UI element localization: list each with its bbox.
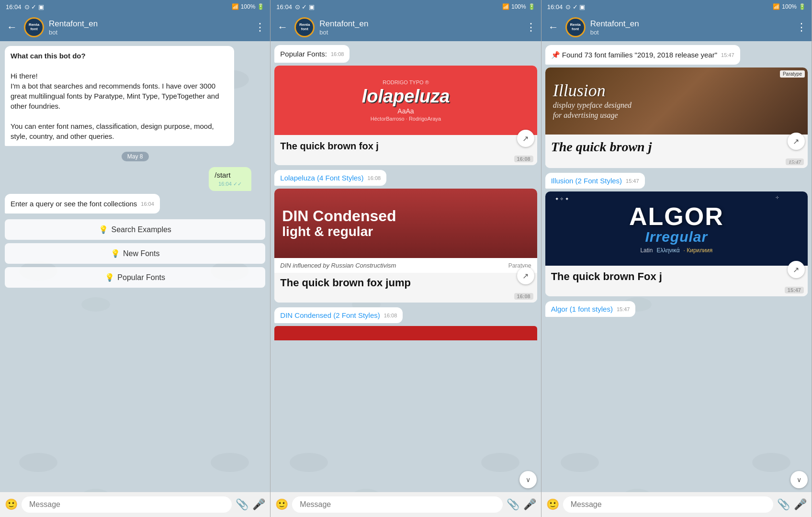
message-input-bar-2: 🙂 📎 🎤 [271,492,541,517]
din-tagline: DIN influenced by Russian Constructivism… [274,258,537,273]
new-fonts-button[interactable]: 💡 New Fonts [5,243,265,264]
chat-header-2: ← Rentafont Rentafont_en bot ⋮ [271,13,541,41]
mic-icon-1[interactable]: 🎤 [252,498,265,511]
din-link-msg: DIN Condensed (2 Font Styles) 16:08 [274,307,403,323]
status-time-1: 16:04 ⊙ ✓ ▣ [6,3,44,11]
found-fonts-msg: 📌 Found 73 font families "2019, 2018 rel… [545,45,740,65]
menu-button-1[interactable]: ⋮ [255,21,265,34]
panel-3: 16:04 ⊙ ✓ ▣ 📶 100% 🔋 ← Rentafont Rentafo… [541,0,812,517]
attach-icon-2[interactable]: 📎 [507,498,519,511]
algor-link-msg: Algor (1 font styles) 15:47 [545,301,636,317]
algor-link[interactable]: Algor (1 font styles) [551,303,613,314]
mic-icon-2[interactable]: 🎤 [523,498,536,511]
emoji-icon-3[interactable]: 🙂 [546,498,559,511]
chat-header-3: ← Rentafont Rentafont_en bot ⋮ [541,13,812,41]
lolapeluza-link-msg: Lolapeluza (4 Font Styles) 16:08 [274,170,386,186]
attach-icon-1[interactable]: 📎 [236,498,248,511]
illusion-link[interactable]: Illusion (2 Font Styles) [551,175,622,186]
message-input-1[interactable] [22,496,232,513]
illusion-card: Illusion display typeface designedfor ad… [545,67,808,168]
header-name-1: Rentafont_en [49,19,250,29]
lolapeluza-image: RODRIGO TYPO ® lolapeluza AaAa HéctorBar… [274,66,537,135]
search-examples-button[interactable]: 💡 Search Examples [5,219,265,240]
scroll-down-button-2[interactable]: ∨ [519,471,537,488]
keyboard-buttons-1: 💡 Search Examples 💡 New Fonts 💡 Popular … [5,218,265,289]
attach-icon-3[interactable]: 📎 [777,498,790,511]
header-sub-3: bot [590,29,791,36]
header-name-2: Rentafont_en [319,19,520,29]
date-badge-1: May 8 [122,152,149,161]
din-card: DIN Condensed light & regular DIN influe… [274,189,537,303]
header-info-1: Rentafont_en bot [49,19,250,36]
status-bar-2: 16:04 ⊙ ✓ ▣ 📶 100% 🔋 [271,0,541,13]
panel-2: 16:04 ⊙ ✓ ▣ 📶 100% 🔋 ← Rentafont Rentafo… [271,0,541,517]
algor-image: ALGOR Irregular Latin Ελληνικά · Кирилии… [545,191,808,266]
avatar-1: Rentafont [24,17,44,37]
back-button-1[interactable]: ← [5,19,19,35]
chat-body-1: What can this bot do? Hi there! I'm a bo… [0,41,270,492]
chat-body-3: 📌 Found 73 font families "2019, 2018 rel… [541,41,812,492]
share-button-lola[interactable]: ↗ [517,130,534,147]
menu-button-3[interactable]: ⋮ [796,21,807,34]
message-input-3[interactable] [563,496,773,513]
lolapeluza-preview: The quick brown fox j 16:08 [274,135,537,165]
algor-preview: The quick brown Fox j 15:47 [545,266,808,296]
back-button-2[interactable]: ← [275,19,290,35]
avatar-2: Rentafont [294,17,315,37]
partial-card [274,326,537,340]
message-user-start: /start 16:04 ✓✓ [209,167,265,191]
message-input-bar-1: 🙂 📎 🎤 [0,492,270,517]
lolapeluza-link[interactable]: Lolapeluza (4 Font Styles) [280,172,363,183]
avatar-3: Rentafont [565,17,586,37]
header-name-3: Rentafont_en [590,19,791,29]
panel-1: 16:04 ⊙ ✓ ▣ 📶 100% 🔋 ← Rentafont Rentafo… [0,0,271,517]
paratype-badge-illusion: Paratype [780,70,805,78]
status-bar-1: 16:04 ⊙ ✓ ▣ 📶 100% 🔋 [0,0,270,13]
emoji-icon-1[interactable]: 🙂 [5,498,18,511]
message-bot-intro: What can this bot do? Hi there! I'm a bo… [5,46,234,146]
message-input-bar-3: 🙂 📎 🎤 [541,492,812,517]
share-button-illusion[interactable]: ↗ [788,133,805,150]
header-sub-1: bot [49,29,250,36]
emoji-icon-2[interactable]: 🙂 [275,498,288,511]
popular-fonts-button[interactable]: 💡 Popular Fonts [5,267,265,288]
mic-icon-3[interactable]: 🎤 [794,498,807,511]
illusion-link-msg: Illusion (2 Font Styles) 15:47 [545,173,645,189]
popular-fonts-label: Popular Fonts: 16:08 [274,45,350,63]
menu-button-2[interactable]: ⋮ [526,21,536,34]
din-link[interactable]: DIN Condensed (2 Font Styles) [280,309,380,320]
illusion-preview: The quick brown j 15:47 [545,135,808,168]
scroll-down-button-3[interactable]: ∨ [790,471,808,488]
chat-header-1: ← Rentafont Rentafont_en bot ⋮ [0,13,270,41]
back-button-3[interactable]: ← [546,19,561,35]
message-bot-query: Enter a query or see the font collection… [5,194,160,214]
header-info-3: Rentafont_en bot [590,19,791,36]
din-preview: The quick brown fox jump 16:08 [274,273,537,303]
header-sub-2: bot [319,29,520,36]
lolapeluza-card: RODRIGO TYPO ® lolapeluza AaAa HéctorBar… [274,66,537,165]
illusion-image: Illusion display typeface designedfor ad… [545,67,808,135]
share-button-din[interactable]: ↗ [517,267,534,284]
status-bar-3: 16:04 ⊙ ✓ ▣ 📶 100% 🔋 [541,0,812,13]
chat-body-2: Popular Fonts: 16:08 RODRIGO TYPO ® lola… [271,41,541,492]
din-image: DIN Condensed light & regular [274,189,537,258]
message-input-2[interactable] [292,496,502,513]
header-info-2: Rentafont_en bot [319,19,520,36]
algor-card: ALGOR Irregular Latin Ελληνικά · Кирилии… [545,191,808,296]
share-button-algor[interactable]: ↗ [788,261,805,278]
